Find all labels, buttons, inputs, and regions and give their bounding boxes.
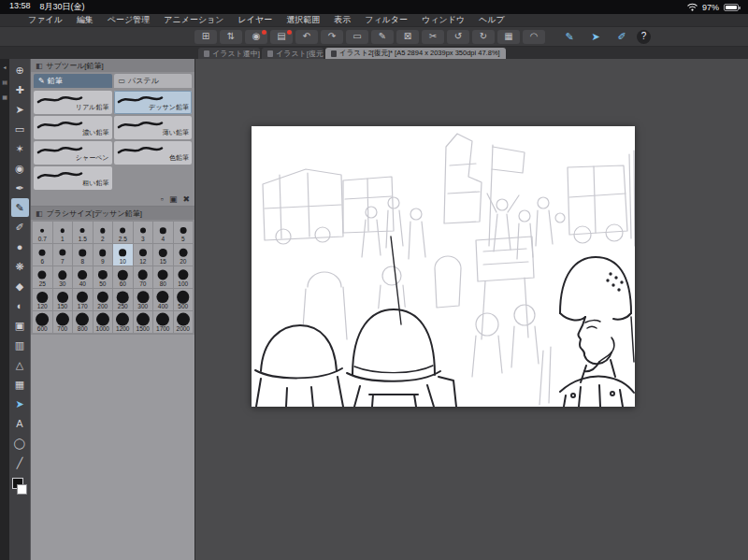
- pencil-tool[interactable]: ✎: [11, 198, 29, 217]
- palette-dock-icon[interactable]: ▤: [1, 79, 8, 85]
- brush-size-9[interactable]: 9: [94, 244, 113, 266]
- menu-item[interactable]: レイヤー: [238, 14, 273, 26]
- brush-size-60[interactable]: 60: [113, 266, 133, 288]
- subtool-tab-pastel[interactable]: ▭ パステル: [114, 74, 193, 88]
- brush-size-120[interactable]: 120: [33, 289, 52, 310]
- quick-share-icon[interactable]: ◉: [245, 30, 267, 44]
- brush-size-150[interactable]: 150: [53, 289, 73, 310]
- brush-size-2.5[interactable]: 2.5: [113, 222, 133, 243]
- deselect-icon[interactable]: ⊠: [396, 30, 419, 44]
- brush-size-12[interactable]: 12: [134, 244, 153, 266]
- brush-size-80[interactable]: 80: [153, 266, 173, 288]
- brush-size-1[interactable]: 1: [53, 222, 73, 243]
- gradient-tool[interactable]: ▥: [11, 336, 29, 354]
- subtool-tab-pencil[interactable]: ✎ 鉛筆: [34, 74, 112, 88]
- menu-item[interactable]: 選択範囲: [286, 14, 320, 26]
- text-tool[interactable]: A: [11, 414, 29, 433]
- brush-size-1.5[interactable]: 1.5: [73, 222, 93, 243]
- eraser-tool[interactable]: ◆: [11, 277, 29, 295]
- menu-item[interactable]: ヘルプ: [479, 14, 505, 26]
- zoom-tool[interactable]: ⊕: [11, 61, 29, 79]
- brush-dark-pencil[interactable]: 濃い鉛筆: [34, 116, 112, 139]
- brush-size-3[interactable]: 3: [134, 222, 153, 243]
- brush-size-2000[interactable]: 2000: [174, 311, 194, 333]
- decoration-tool[interactable]: ❋: [11, 257, 29, 276]
- fill-tool[interactable]: ▣: [11, 316, 29, 335]
- brush-size-7[interactable]: 7: [53, 244, 73, 266]
- brush-size-1000[interactable]: 1000: [94, 311, 113, 333]
- sub-color-swatch[interactable]: [17, 484, 27, 495]
- select-pen-icon[interactable]: ✎: [371, 30, 394, 44]
- blend-tool[interactable]: ◐: [11, 296, 29, 315]
- dock-tab-icon[interactable]: ◧: [36, 62, 43, 70]
- brush-size-20[interactable]: 20: [174, 244, 194, 266]
- menu-item[interactable]: 編集: [77, 14, 94, 26]
- brush-size-15[interactable]: 15: [153, 244, 173, 266]
- move-tool[interactable]: ✚: [11, 80, 29, 99]
- new-document-icon[interactable]: ▤: [270, 30, 293, 44]
- redo-icon[interactable]: ↷: [321, 30, 343, 44]
- brush-size-400[interactable]: 400: [153, 289, 173, 310]
- brush-size-250[interactable]: 250: [113, 289, 133, 310]
- brush-size-300[interactable]: 300: [134, 289, 153, 310]
- brush-size-200[interactable]: 200: [94, 289, 113, 310]
- brush-rough-pencil[interactable]: 粗い鉛筆: [34, 166, 112, 190]
- snap-ruler-icon[interactable]: ◠: [523, 30, 545, 44]
- dock-tab-icon[interactable]: ◧: [36, 209, 43, 218]
- workspace-grid-icon[interactable]: ⊞: [194, 30, 217, 44]
- menu-item[interactable]: ファイル: [28, 14, 63, 26]
- stylus-mode-icon[interactable]: ✐: [611, 30, 633, 44]
- pointer-mode-icon[interactable]: ➤: [584, 30, 607, 44]
- brush-size-1700[interactable]: 1700: [153, 311, 173, 333]
- help-icon[interactable]: ?: [637, 30, 651, 44]
- tab-illust-2[interactable]: イラスト[復元...: [262, 48, 324, 59]
- collapse-palette-icon[interactable]: ◂: [1, 64, 8, 70]
- rotate-right-icon[interactable]: ↻: [472, 30, 495, 44]
- auto-select-tool[interactable]: ✶: [11, 139, 29, 158]
- rotate-left-icon[interactable]: ↺: [447, 30, 469, 44]
- frame-border-tool[interactable]: ▦: [11, 375, 29, 394]
- menu-item[interactable]: 表示: [334, 14, 351, 26]
- delete-subtool-icon[interactable]: ✖: [182, 194, 190, 204]
- snap-grid-icon[interactable]: ▦: [497, 30, 520, 44]
- brush-size-40[interactable]: 40: [73, 266, 93, 288]
- line-correction-tool[interactable]: ╱: [11, 453, 29, 472]
- brush-size-700[interactable]: 700: [53, 311, 73, 333]
- brush-size-170[interactable]: 170: [73, 289, 93, 310]
- brush-size-500[interactable]: 500: [174, 289, 194, 310]
- operation-tool[interactable]: ➤: [11, 100, 29, 119]
- figure-tool[interactable]: △: [11, 355, 29, 374]
- duplicate-subtool-icon[interactable]: ▣: [169, 194, 178, 204]
- layer-swap-icon[interactable]: ⇅: [220, 30, 242, 44]
- brush-size-1200[interactable]: 1200: [113, 311, 133, 333]
- pen-mode-icon[interactable]: ✎: [558, 30, 581, 44]
- brush-colored-pencil[interactable]: 色鉛筆: [114, 141, 193, 165]
- brush-size-800[interactable]: 800: [73, 311, 93, 333]
- pen-tool[interactable]: ✒: [11, 179, 29, 197]
- brush-size-10[interactable]: 10: [113, 244, 133, 266]
- undo-icon[interactable]: ↶: [295, 30, 318, 44]
- brush-size-2[interactable]: 2: [94, 222, 113, 243]
- tab-illust-active[interactable]: イラスト2[復元]* [A5 2894 x 2039px 350dpi 47.8…: [325, 48, 506, 59]
- brush-size-30[interactable]: 30: [53, 266, 73, 288]
- brush-dessin-pencil[interactable]: デッサン鉛筆: [114, 91, 193, 114]
- brush-size-0.7[interactable]: 0.7: [33, 222, 52, 243]
- brush-size-100[interactable]: 100: [174, 266, 194, 288]
- select-rectangle-icon[interactable]: ▭: [346, 30, 368, 44]
- eyedropper-tool[interactable]: ◉: [11, 159, 29, 178]
- menu-item[interactable]: ウィンドウ: [422, 14, 465, 26]
- brush-size-4[interactable]: 4: [153, 222, 173, 243]
- brush-size-1500[interactable]: 1500: [134, 311, 153, 333]
- object-tool[interactable]: ➤: [11, 395, 29, 413]
- brush-size-25[interactable]: 25: [33, 266, 52, 288]
- brush-size-5[interactable]: 5: [174, 222, 194, 243]
- brush-size-8[interactable]: 8: [73, 244, 93, 266]
- crop-icon[interactable]: ✂: [422, 30, 444, 44]
- brush-mechanical-pencil[interactable]: シャーペン: [34, 141, 112, 165]
- brush-size-6[interactable]: 6: [33, 244, 52, 266]
- brush-size-600[interactable]: 600: [33, 311, 52, 333]
- brush-size-70[interactable]: 70: [134, 266, 153, 288]
- new-subtool-icon[interactable]: ▫: [161, 194, 164, 204]
- airbrush-tool[interactable]: ●: [11, 237, 29, 256]
- brush-size-50[interactable]: 50: [94, 266, 113, 288]
